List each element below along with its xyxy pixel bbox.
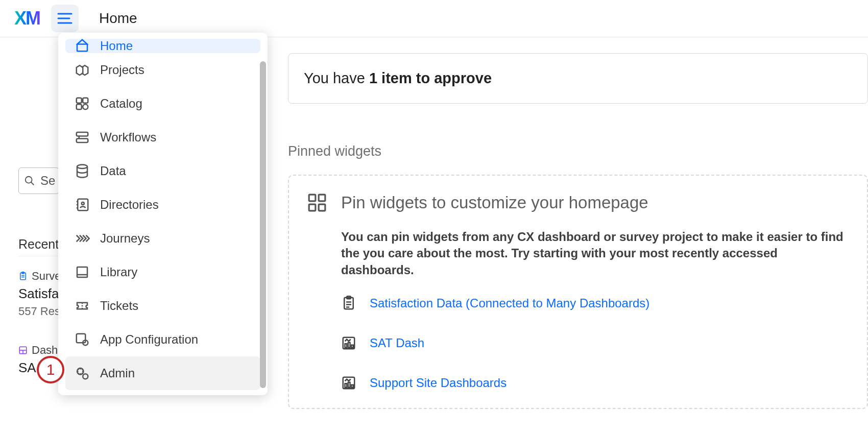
- pinned-widgets-title: Pinned widgets: [288, 143, 868, 159]
- svg-point-16: [83, 104, 88, 109]
- page-title: Home: [99, 10, 137, 27]
- main-menu-panel: Home Projects Catalog Workflows Data Dir…: [58, 33, 268, 395]
- svg-rect-15: [77, 104, 82, 109]
- pin-header: Pin widgets to customize your homepage: [307, 193, 849, 212]
- menu-item-label: Tickets: [100, 299, 138, 313]
- pin-link-label: Satisfaction Data (Connected to Many Das…: [370, 296, 649, 310]
- menu-item-library[interactable]: Library: [65, 255, 260, 289]
- header-bar: XM Home: [0, 0, 868, 37]
- menu-item-app-configuration[interactable]: App Configuration: [65, 323, 260, 356]
- menu-item-journeys[interactable]: Journeys: [65, 222, 260, 255]
- hamburger-icon: [57, 12, 73, 25]
- menu-item-label: Data: [100, 164, 126, 178]
- menu-item-label: Admin: [100, 366, 135, 380]
- svg-rect-17: [77, 132, 88, 136]
- svg-rect-47: [345, 383, 347, 388]
- menu-scrollbar[interactable]: [260, 61, 266, 388]
- workflows-icon: [75, 130, 90, 145]
- menu-item-label: Catalog: [100, 97, 142, 111]
- svg-rect-14: [83, 98, 88, 103]
- recent-type-label: Survey: [32, 270, 59, 283]
- pin-link-satisfaction-data[interactable]: Satisfaction Data (Connected to Many Das…: [341, 296, 849, 311]
- pin-description: You can pin widgets from any CX dashboar…: [341, 229, 849, 278]
- home-icon: [75, 39, 90, 53]
- xm-logo: XM: [14, 8, 40, 29]
- svg-rect-44: [348, 343, 350, 348]
- svg-point-32: [83, 374, 88, 379]
- svg-rect-13: [77, 98, 82, 103]
- projects-icon: [75, 62, 90, 78]
- menu-item-data[interactable]: Data: [65, 154, 260, 188]
- svg-rect-43: [345, 344, 347, 348]
- pin-link-label: Support Site Dashboards: [370, 376, 507, 390]
- approve-count: 1 item to approve: [369, 70, 492, 86]
- recent-item[interactable]: Survey Satisfac 557 Respo: [18, 270, 59, 318]
- pin-widgets-box: Pin widgets to customize your homepage Y…: [288, 175, 868, 409]
- dashboard-icon: [341, 375, 356, 391]
- svg-line-4: [31, 182, 34, 185]
- svg-rect-26: [77, 267, 87, 277]
- svg-rect-12: [77, 44, 87, 52]
- widgets-grid-icon: [307, 193, 327, 212]
- svg-point-20: [77, 165, 87, 169]
- menu-item-directories[interactable]: Directories: [65, 188, 260, 222]
- svg-rect-18: [77, 139, 88, 143]
- dashboard-icon: [341, 335, 356, 351]
- main-menu-scroll[interactable]: Home Projects Catalog Workflows Data Dir…: [58, 33, 268, 395]
- pin-link-support-site-dashboards[interactable]: Support Site Dashboards: [341, 375, 849, 391]
- approve-prefix: You have: [304, 70, 369, 86]
- svg-rect-45: [351, 345, 353, 348]
- pin-link-sat-dash[interactable]: SAT Dash: [341, 335, 849, 351]
- library-icon: [75, 264, 90, 280]
- pin-link-label: SAT Dash: [370, 336, 424, 350]
- approve-card[interactable]: You have 1 item to approve: [288, 53, 868, 104]
- search-input[interactable]: Se: [18, 167, 59, 194]
- menu-item-projects[interactable]: Projects: [65, 53, 260, 87]
- svg-rect-35: [309, 204, 316, 211]
- recent-sub: 557 Respo: [18, 305, 59, 318]
- recent-type-label: Dashb: [32, 344, 59, 357]
- menu-item-label: Home: [100, 39, 133, 53]
- svg-rect-36: [319, 204, 325, 211]
- dashboard-small-icon: [18, 346, 28, 355]
- clipboard-icon: [341, 296, 356, 311]
- svg-point-25: [82, 202, 84, 205]
- menu-item-label: Directories: [100, 198, 159, 212]
- menu-item-tickets[interactable]: Tickets: [65, 289, 260, 323]
- menu-item-label: Workflows: [100, 130, 156, 144]
- main-menu-button[interactable]: [51, 5, 79, 32]
- admin-icon: [75, 366, 90, 381]
- svg-rect-34: [319, 195, 325, 201]
- main-content: You have 1 item to approve Pinned widget…: [288, 53, 868, 409]
- recently-heading: Recently: [18, 237, 59, 256]
- menu-item-label: App Configuration: [100, 332, 198, 347]
- menu-item-home[interactable]: Home: [65, 39, 260, 53]
- pin-title: Pin widgets to customize your homepage: [341, 193, 648, 212]
- menu-item-label: Journeys: [100, 231, 150, 246]
- svg-point-3: [26, 177, 32, 183]
- svg-rect-48: [348, 382, 350, 388]
- clipboard-icon: [18, 271, 28, 281]
- app-config-icon: [75, 332, 90, 347]
- svg-rect-29: [77, 334, 86, 343]
- menu-item-admin[interactable]: Admin: [65, 356, 260, 390]
- directories-icon: [75, 197, 90, 212]
- data-icon: [75, 163, 90, 179]
- svg-rect-49: [351, 385, 353, 388]
- search-icon: [24, 175, 35, 186]
- catalog-icon: [75, 96, 90, 111]
- annotation-badge-1: 1: [37, 356, 64, 383]
- recent-title: Satisfac: [18, 286, 59, 302]
- search-placeholder: Se: [40, 174, 55, 188]
- menu-item-label: Projects: [100, 63, 144, 77]
- svg-rect-33: [309, 195, 316, 201]
- menu-item-workflows[interactable]: Workflows: [65, 120, 260, 154]
- menu-item-label: Library: [100, 265, 137, 279]
- journeys-icon: [75, 231, 90, 246]
- menu-item-catalog[interactable]: Catalog: [65, 87, 260, 120]
- tickets-icon: [75, 298, 90, 314]
